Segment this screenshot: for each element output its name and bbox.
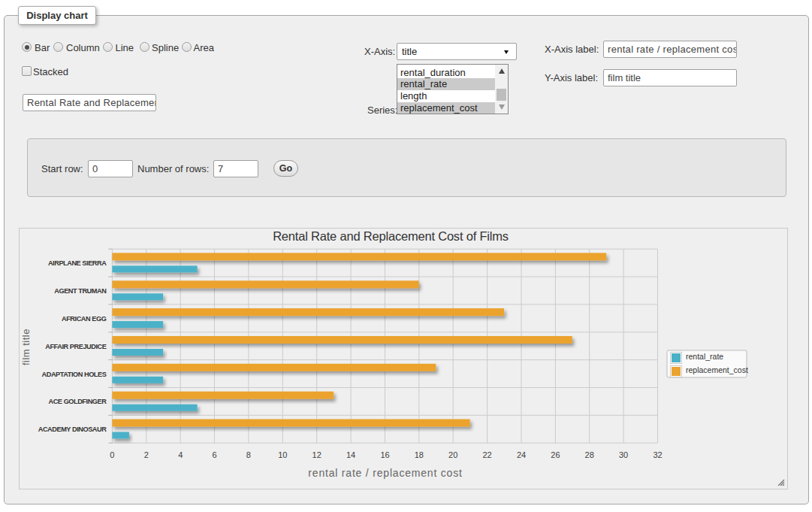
svg-text:10: 10: [278, 450, 287, 459]
svg-text:AIRPLANE SIERRA: AIRPLANE SIERRA: [48, 259, 107, 267]
svg-text:6: 6: [212, 450, 216, 459]
svg-text:ACE GOLDFINGER: ACE GOLDFINGER: [48, 398, 107, 405]
svg-text:rental_rate: rental_rate: [686, 352, 723, 361]
svg-text:18: 18: [415, 450, 424, 459]
svg-text:12: 12: [312, 450, 321, 459]
svg-text:Rental Rate and Replacement Co: Rental Rate and Replacement Cost of Film…: [273, 229, 509, 243]
svg-text:ADAPTATION HOLES: ADAPTATION HOLES: [42, 371, 107, 378]
svg-text:24: 24: [517, 450, 526, 459]
svg-text:14: 14: [346, 450, 355, 459]
svg-text:rental rate / replacement cost: rental rate / replacement cost: [308, 467, 462, 479]
svg-text:16: 16: [380, 450, 389, 459]
svg-text:AFFAIR PREJUDICE: AFFAIR PREJUDICE: [45, 343, 106, 350]
svg-text:4: 4: [178, 450, 183, 459]
svg-text:30: 30: [619, 450, 628, 459]
svg-text:ACADEMY DINOSAUR: ACADEMY DINOSAUR: [38, 426, 107, 433]
svg-text:26: 26: [551, 450, 560, 459]
svg-text:22: 22: [482, 450, 491, 459]
svg-text:8: 8: [246, 450, 251, 459]
svg-text:20: 20: [448, 450, 457, 459]
svg-text:replacement_cost: replacement_cost: [686, 365, 748, 374]
svg-text:AGENT TRUMAN: AGENT TRUMAN: [54, 287, 107, 295]
svg-text:28: 28: [585, 450, 594, 459]
svg-text:0: 0: [110, 450, 114, 459]
svg-text:film title: film title: [20, 329, 32, 365]
svg-text:2: 2: [144, 450, 149, 459]
svg-text:AFRICAN EGG: AFRICAN EGG: [62, 315, 107, 323]
svg-text:32: 32: [653, 450, 662, 459]
